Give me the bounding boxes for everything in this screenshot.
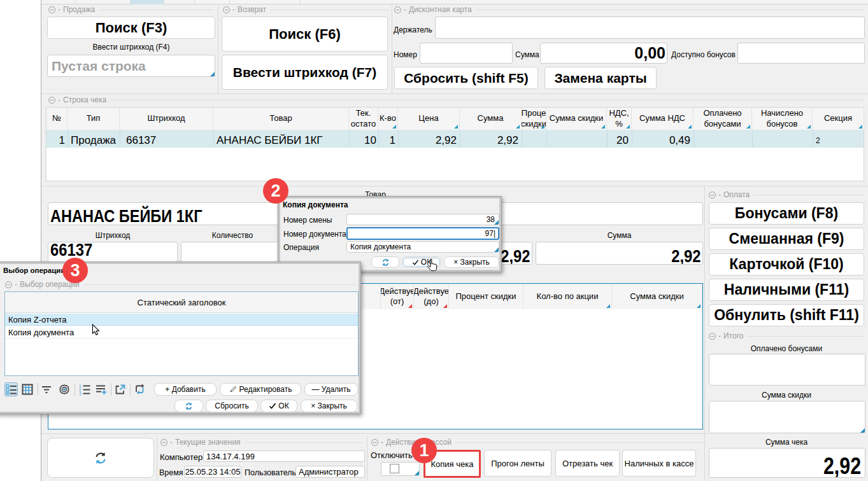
svg-text:3: 3 — [79, 391, 82, 395]
